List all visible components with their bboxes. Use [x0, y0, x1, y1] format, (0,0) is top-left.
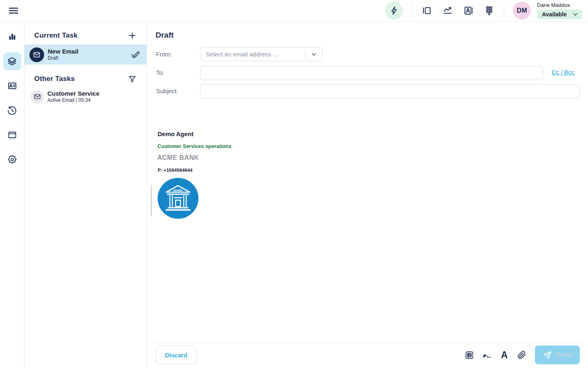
signature-button[interactable]: [481, 350, 492, 360]
task-title: Customer Service: [47, 90, 140, 97]
compose-pen-icon: [131, 50, 140, 59]
topbar-divider: [412, 5, 412, 16]
to-input[interactable]: [200, 66, 543, 80]
rail-item-analytics[interactable]: [3, 28, 21, 46]
font-format-button[interactable]: A: [499, 350, 510, 360]
task-text: Customer Service Active Email | 05:34: [47, 90, 140, 103]
to-label: To:: [156, 69, 164, 76]
email-task-avatar: [31, 90, 44, 103]
side-panel-button[interactable]: [421, 4, 433, 17]
paper-plane-icon: [543, 350, 552, 360]
bank-logo-label: BANK: [174, 188, 183, 192]
hamburger-menu-button[interactable]: [7, 4, 20, 18]
send-label: Send: [556, 351, 572, 359]
add-task-button[interactable]: [127, 30, 138, 41]
availability-status: Available: [542, 11, 567, 18]
current-task-header: Current Task: [24, 30, 147, 41]
rail-item-history[interactable]: [3, 101, 21, 119]
email-task-avatar: [29, 47, 44, 62]
chevron-down-icon: [311, 51, 317, 57]
edit-draft-button[interactable]: [130, 50, 140, 60]
gear-icon: [7, 155, 17, 164]
rail-item-browser[interactable]: [3, 126, 21, 144]
template-button[interactable]: [464, 350, 474, 360]
task-title: New Email: [48, 48, 130, 55]
topbar-actions: DM Dane Maddox Available: [385, 2, 582, 20]
other-tasks-title: Other Tasks: [34, 75, 75, 83]
email-body[interactable]: Demo Agent Customer Services operations …: [156, 103, 580, 321]
chevron-down-icon: [572, 11, 578, 17]
task-item-customer-service[interactable]: Customer Service Active Email | 05:34: [24, 87, 147, 107]
signature-phone: P: +1564564644: [158, 168, 192, 173]
paperclip-icon: [517, 350, 527, 360]
subject-input[interactable]: [200, 84, 580, 99]
navigation-rail: [0, 22, 24, 368]
bank-logo: BANK: [158, 178, 198, 219]
current-task-title: Current Task: [34, 31, 78, 40]
browser-window-icon: [7, 130, 17, 140]
user-block: Dane Maddox Available: [537, 2, 582, 19]
analytics-trend-button[interactable]: [441, 4, 454, 17]
task-subtitle: Draft: [48, 55, 130, 61]
side-panel-icon: [422, 6, 432, 16]
rail-item-settings[interactable]: [3, 150, 21, 168]
task-text: New Email Draft: [48, 48, 130, 61]
signature-icon: [482, 350, 492, 360]
filter-funnel-icon: [128, 74, 137, 83]
signature-name: Demo Agent: [158, 130, 194, 137]
body-scrollbar-thumb[interactable]: [151, 185, 152, 217]
cc-bcc-link[interactable]: Cc / Bcc: [552, 69, 575, 76]
lightning-icon: [389, 6, 399, 16]
filter-tasks-button[interactable]: [127, 74, 138, 84]
other-tasks-header: Other Tasks: [24, 74, 147, 84]
composer-footer: Discard: [156, 346, 580, 364]
contact-badge-icon: [7, 81, 17, 91]
envelope-icon: [33, 93, 41, 101]
task-item-new-email[interactable]: New Email Draft: [24, 45, 147, 65]
signature-company: ACME BANK: [157, 154, 199, 162]
footer-divider: [156, 343, 580, 343]
attach-file-button[interactable]: [517, 350, 527, 360]
envelope-icon: [33, 51, 41, 59]
dialpad-icon: [484, 5, 494, 16]
task-list-panel: Current Task New Email Draft: [24, 22, 147, 368]
rail-item-tasks[interactable]: [3, 52, 21, 70]
contact-card-icon: [463, 6, 474, 16]
dialpad-button[interactable]: [483, 4, 495, 17]
send-button[interactable]: Send: [535, 346, 580, 364]
topbar-divider: [504, 5, 504, 16]
user-name: Dane Maddox: [537, 2, 570, 8]
rail-item-contacts[interactable]: [3, 77, 21, 95]
font-format-icon: A: [501, 350, 508, 360]
subject-label: Subject:: [156, 88, 178, 94]
bar-chart-icon: [7, 32, 17, 42]
email-editor: Draft From: Select an email address ... …: [147, 22, 588, 368]
discard-button[interactable]: Discard: [156, 346, 197, 364]
user-initials: DM: [517, 7, 527, 14]
layers-icon: [7, 56, 17, 67]
formatting-tools: A: [464, 350, 527, 360]
signature-department: Customer Services operations: [158, 144, 232, 149]
history-icon: [7, 105, 17, 116]
from-label: From:: [156, 51, 172, 58]
topbar: DM Dane Maddox Available: [0, 0, 588, 22]
task-subtitle: Active Email | 05:34: [47, 97, 140, 103]
agent-desktop-app: DM Dane Maddox Available: [0, 0, 588, 368]
plus-icon: [128, 31, 137, 40]
hamburger-icon: [8, 6, 19, 15]
user-avatar[interactable]: DM: [513, 2, 531, 20]
template-icon: [465, 350, 474, 360]
trend-chart-icon: [443, 6, 453, 16]
from-address-select[interactable]: Select an email address ...: [200, 47, 323, 61]
contacts-button[interactable]: [462, 4, 474, 17]
from-placeholder: Select an email address ...: [200, 51, 305, 58]
availability-dropdown[interactable]: Available: [537, 9, 582, 19]
outdial-button[interactable]: [385, 2, 403, 20]
draft-title: Draft: [156, 31, 174, 40]
